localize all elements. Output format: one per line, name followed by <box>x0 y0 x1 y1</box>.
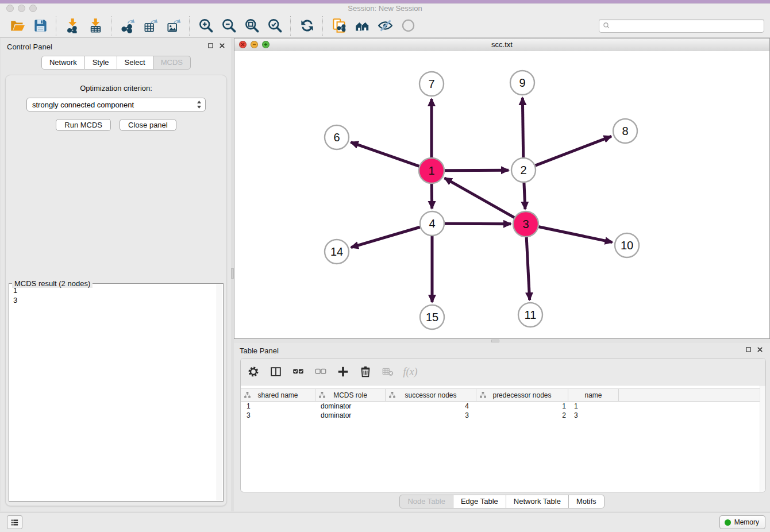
deselect-all-icon[interactable] <box>313 364 328 379</box>
open-file-icon[interactable] <box>6 16 29 36</box>
export-network-icon[interactable] <box>116 16 139 36</box>
close-panel-button[interactable]: Close panel <box>120 119 176 131</box>
column-label: name <box>584 391 602 399</box>
edge-3-10[interactable] <box>538 227 613 242</box>
export-table-icon[interactable] <box>139 16 162 36</box>
refresh-icon[interactable] <box>295 16 318 36</box>
delete-column-icon[interactable] <box>358 364 373 379</box>
zoom-selected-icon[interactable] <box>263 16 286 36</box>
horizontal-splitter[interactable] <box>234 339 770 343</box>
graph-node-9[interactable]: 9 <box>510 71 534 95</box>
network-graph[interactable]: 7968124314101511 <box>234 51 769 338</box>
cell-MCDS-role[interactable]: dominator <box>315 411 386 419</box>
cell-successor-nodes[interactable]: 3 <box>386 411 476 419</box>
status-bar: Memory <box>0 512 770 532</box>
tab-motifs[interactable]: Motifs <box>569 495 605 508</box>
list-icon <box>10 518 20 527</box>
hide-selected-icon[interactable] <box>374 16 396 36</box>
zoom-out-icon[interactable] <box>217 16 240 36</box>
network-zoom-button[interactable] <box>262 41 270 48</box>
search-input[interactable] <box>613 21 760 30</box>
copy-network-icon[interactable] <box>328 16 351 36</box>
graph-node-8[interactable]: 8 <box>613 119 637 143</box>
cell-predecessor-nodes[interactable]: 2 <box>476 411 568 419</box>
zoom-window-button[interactable] <box>29 5 37 12</box>
table-row[interactable]: 3dominator323 <box>241 411 765 420</box>
edge-3-11[interactable] <box>526 237 530 300</box>
edge-1-6[interactable] <box>351 142 420 167</box>
import-network-icon[interactable] <box>61 16 84 36</box>
tab-network-table[interactable]: Network Table <box>506 495 569 508</box>
zoom-in-icon[interactable] <box>194 16 217 36</box>
task-history-button[interactable] <box>7 515 22 529</box>
column-type-icon <box>244 391 251 399</box>
table-scrollbar[interactable] <box>760 385 765 492</box>
edge-2-3[interactable] <box>524 183 525 209</box>
select-all-icon[interactable] <box>291 364 306 379</box>
optimization-select[interactable]: strongly connected component <box>26 98 206 111</box>
graph-node-7[interactable]: 7 <box>419 72 444 96</box>
cell-shared-name[interactable]: 3 <box>241 411 315 419</box>
column-label: shared name <box>257 391 298 399</box>
zoom-fit-icon[interactable] <box>240 16 263 36</box>
cell-predecessor-nodes[interactable]: 1 <box>476 402 568 410</box>
export-image-icon[interactable] <box>162 16 185 36</box>
tab-style[interactable]: Style <box>85 56 117 70</box>
tab-mcds[interactable]: MCDS <box>153 56 191 70</box>
cell-MCDS-role[interactable]: dominator <box>315 402 386 410</box>
edge-4-14[interactable] <box>351 227 420 247</box>
close-window-button[interactable] <box>6 5 14 12</box>
float-panel-icon[interactable] <box>745 346 752 353</box>
tab-node-table[interactable]: Node Table <box>399 495 453 508</box>
result-scrollbar[interactable] <box>217 284 222 500</box>
graph-node-4[interactable]: 4 <box>420 211 444 236</box>
mcds-result-list[interactable]: 13 <box>13 286 216 500</box>
show-disabled-icon[interactable] <box>396 16 419 36</box>
tab-edge-table[interactable]: Edge Table <box>453 495 506 508</box>
column-header-successor-nodes[interactable]: successor nodes <box>386 389 476 401</box>
splitter-grip[interactable] <box>491 340 499 342</box>
graph-node-14[interactable]: 14 <box>325 240 349 264</box>
network-canvas[interactable]: 7968124314101511 <box>234 51 769 338</box>
memory-button[interactable]: Memory <box>719 515 765 529</box>
graph-node-11[interactable]: 11 <box>518 303 542 327</box>
graph-node-2[interactable]: 2 <box>511 158 536 182</box>
cell-name[interactable]: 3 <box>568 411 619 419</box>
run-mcds-button[interactable]: Run MCDS <box>56 119 111 131</box>
graph-node-10[interactable]: 10 <box>615 233 639 257</box>
home-icon[interactable] <box>351 16 374 36</box>
edge-1-2[interactable] <box>444 170 509 171</box>
column-header-shared-name[interactable]: shared name <box>241 389 315 401</box>
minimize-window-button[interactable] <box>18 5 25 12</box>
tab-network[interactable]: Network <box>41 56 85 70</box>
table-row[interactable]: 1dominator411 <box>241 402 765 411</box>
column-header-MCDS-role[interactable]: MCDS role <box>315 389 386 401</box>
float-panel-icon[interactable] <box>207 43 214 49</box>
toolbar-separator <box>111 16 112 36</box>
cell-name[interactable]: 1 <box>568 402 619 410</box>
search-box[interactable] <box>599 19 764 33</box>
edge-2-9[interactable] <box>522 98 523 157</box>
split-pane-icon[interactable] <box>268 364 283 379</box>
tab-select[interactable]: Select <box>117 56 153 70</box>
gear-icon[interactable] <box>246 364 261 379</box>
graph-node-15[interactable]: 15 <box>420 305 444 329</box>
column-header-name[interactable]: name <box>568 389 619 401</box>
graph-node-3[interactable]: 3 <box>513 211 538 237</box>
edge-2-8[interactable] <box>536 136 611 165</box>
close-panel-icon[interactable] <box>757 346 763 353</box>
cell-successor-nodes[interactable]: 4 <box>386 402 476 410</box>
graph-node-1[interactable]: 1 <box>419 158 444 183</box>
edge-3-1[interactable] <box>445 178 515 218</box>
main-toolbar-icons <box>6 16 419 36</box>
cell-shared-name[interactable]: 1 <box>241 402 315 410</box>
save-icon[interactable] <box>29 16 52 36</box>
import-table-icon[interactable] <box>84 16 107 36</box>
edge-4-3[interactable] <box>445 223 511 224</box>
network-minimize-button[interactable] <box>251 41 258 48</box>
add-column-icon[interactable] <box>336 364 351 379</box>
graph-node-6[interactable]: 6 <box>325 125 349 149</box>
close-panel-icon[interactable] <box>219 43 225 49</box>
column-header-predecessor-nodes[interactable]: predecessor nodes <box>476 389 568 401</box>
network-close-button[interactable] <box>239 41 247 48</box>
